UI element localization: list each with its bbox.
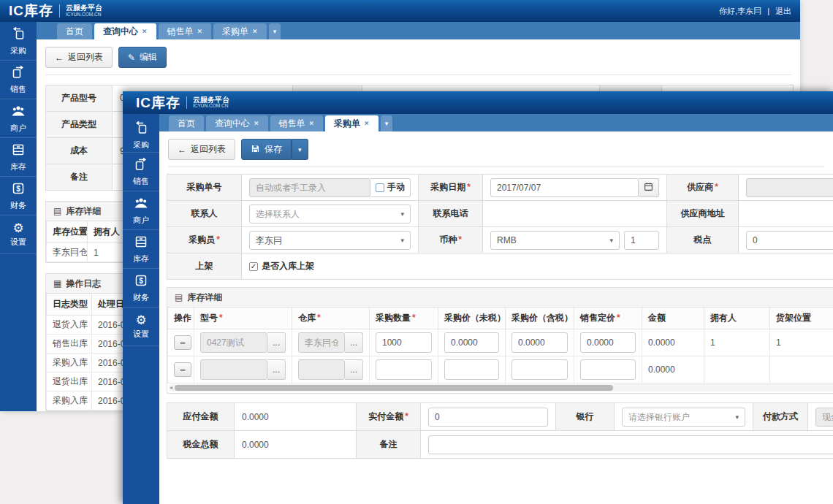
tab-home[interactable]: 首页 — [169, 115, 204, 131]
manual-checkbox-addon[interactable]: 手动 — [370, 178, 411, 197]
sidebar-item-sales[interactable]: 销售 — [0, 61, 37, 99]
user-greeting: 你好,李东冃 — [719, 6, 761, 17]
price-inc-tax-input[interactable] — [511, 359, 568, 380]
shelf-checkbox[interactable]: ✓ — [249, 262, 258, 271]
model-picker-button[interactable]: ... — [267, 332, 286, 353]
user-area: 你好,李东冃 | 退出 — [719, 6, 791, 17]
save-dropdown-caret[interactable]: ▾ — [292, 139, 308, 160]
sidebar-item-finance[interactable]: $ 财务 — [0, 177, 37, 215]
tax-total-value: 0.0000 — [235, 431, 357, 459]
grid-icon: ▤ — [175, 292, 183, 302]
close-icon[interactable]: ✕ — [364, 115, 370, 131]
svg-text:$: $ — [16, 184, 20, 192]
chevron-down-icon: ▾ — [400, 232, 404, 249]
save-button[interactable]: 保存 — [241, 139, 292, 160]
exchange-rate-input[interactable] — [624, 231, 659, 250]
purchase-date-input[interactable] — [490, 178, 639, 197]
field-label: 联系电话 — [419, 201, 483, 227]
sidebar-item-merchants[interactable]: 商户 — [0, 99, 37, 138]
tab-overflow-caret[interactable]: ▾ — [381, 115, 393, 131]
horizontal-scrollbar[interactable]: ◂ — [169, 384, 833, 392]
tab-bar: 首页 查询中心✕ 销售单✕ 采购单✕ ▾ — [0, 22, 800, 39]
remove-row-button[interactable]: − — [174, 362, 191, 377]
field-label: 备注 — [357, 431, 421, 459]
log-type-cell: 销售出库 — [47, 335, 92, 354]
warehouse-input[interactable] — [298, 332, 345, 353]
tab-home[interactable]: 首页 — [57, 23, 92, 39]
sidebar-item-settings[interactable]: ⚙ 设置 — [123, 308, 159, 346]
phone-value — [483, 201, 667, 227]
close-icon[interactable]: ✕ — [197, 23, 203, 39]
remove-row-button[interactable]: − — [174, 335, 191, 350]
tab-overflow-caret[interactable]: ▾ — [269, 23, 281, 39]
inventory-detail-section: ▤ 库存详细 操作 型号* 仓库* 采购数量* 采购价（未税）* 采购价（含税）… — [167, 287, 833, 394]
field-label: 实付金额* — [357, 403, 421, 431]
contact-select[interactable]: 选择联系人 ▾ — [249, 205, 411, 224]
sidebar-item-merchants[interactable]: 商户 — [123, 191, 159, 230]
order-no-input[interactable] — [249, 178, 370, 197]
field-label: 采购日期* — [419, 175, 483, 201]
warehouse-picker-button[interactable]: ... — [345, 359, 363, 380]
scrollbar-thumb[interactable] — [175, 385, 613, 391]
sidebar-item-label: 设置 — [133, 329, 149, 340]
tab-bar: 首页 查询中心✕ 销售单✕ 采购单✕ ▾ — [123, 114, 833, 131]
inventory-box-icon — [134, 234, 148, 251]
model-picker-button[interactable]: ... — [267, 359, 286, 380]
chevron-down-icon: ▾ — [400, 205, 404, 223]
currency-select[interactable]: RMB ▾ — [490, 231, 620, 250]
sidebar-item-inventory[interactable]: 库存 — [123, 230, 159, 269]
tab-sales-order[interactable]: 销售单✕ — [270, 115, 324, 131]
bank-select[interactable]: 请选择银行账户 ▾ — [622, 408, 745, 427]
close-icon[interactable]: ✕ — [309, 115, 315, 131]
separator: | — [767, 7, 769, 15]
price-ex-tax-input[interactable] — [444, 332, 499, 353]
paid-amount-input[interactable] — [428, 408, 548, 427]
price-ex-tax-input[interactable] — [444, 359, 499, 380]
column-header: 型号* — [194, 308, 292, 329]
sidebar: 采购 销售 商户 库存 $ 财务 ⚙ 设置 — [123, 114, 159, 504]
warehouse-input[interactable] — [298, 359, 345, 380]
price-inc-tax-input[interactable] — [511, 332, 568, 353]
calendar-button[interactable] — [639, 178, 659, 197]
log-type-cell: 退货出库 — [47, 373, 92, 392]
logout-link[interactable]: 退出 — [775, 6, 791, 17]
supplier-input[interactable] — [746, 178, 833, 197]
model-input[interactable] — [200, 359, 267, 380]
remark-input[interactable] — [428, 435, 833, 454]
back-to-list-button[interactable]: ← 返回列表 — [168, 139, 235, 160]
buyer-select[interactable]: 李东冃 ▾ — [249, 231, 411, 250]
field-label: 产品型号 — [46, 85, 113, 112]
close-icon[interactable]: ✕ — [252, 23, 258, 39]
back-to-list-button[interactable]: ← 返回列表 — [45, 47, 113, 68]
sale-price-input[interactable] — [580, 332, 636, 353]
sale-price-input[interactable] — [580, 359, 636, 380]
tab-query-center[interactable]: 查询中心✕ — [94, 23, 156, 39]
scroll-left-arrow-icon[interactable]: ◂ — [170, 384, 172, 392]
sidebar-item-label: 商户 — [133, 215, 149, 226]
sidebar-item-purchase[interactable]: 采购 — [123, 114, 159, 153]
field-label: 币种* — [419, 227, 483, 253]
close-icon[interactable]: ✕ — [142, 23, 148, 39]
sidebar-item-inventory[interactable]: 库存 — [0, 138, 37, 177]
tab-query-center[interactable]: 查询中心✕ — [206, 115, 268, 131]
tab-purchase-order[interactable]: 采购单✕ — [325, 115, 379, 131]
warehouse-picker-button[interactable]: ... — [345, 332, 363, 353]
close-icon[interactable]: ✕ — [254, 115, 259, 131]
tab-purchase-order[interactable]: 采购单✕ — [213, 23, 267, 39]
qty-input[interactable] — [376, 359, 432, 380]
qty-input[interactable] — [376, 332, 432, 353]
sidebar-item-finance[interactable]: $ 财务 — [123, 269, 159, 308]
field-label: 应付金额 — [167, 403, 235, 431]
sidebar-item-sales[interactable]: 销售 — [123, 153, 159, 191]
sidebar-item-purchase[interactable]: 采购 — [0, 22, 37, 61]
sidebar-item-settings[interactable]: ⚙ 设置 — [0, 215, 37, 254]
dollar-finance-icon: $ — [11, 181, 26, 198]
field-label: 采购单号 — [167, 175, 242, 201]
edit-button[interactable]: ✎ 编辑 — [118, 47, 167, 68]
tab-sales-order[interactable]: 销售单✕ — [159, 23, 212, 39]
field-label: 备注 — [46, 164, 113, 191]
sidebar: 采购 销售 商户 库存 $ 财务 ⚙ 设置 — [0, 22, 37, 411]
model-input[interactable] — [200, 332, 267, 353]
tax-point-input[interactable] — [746, 231, 833, 250]
manual-checkbox[interactable] — [376, 183, 384, 192]
